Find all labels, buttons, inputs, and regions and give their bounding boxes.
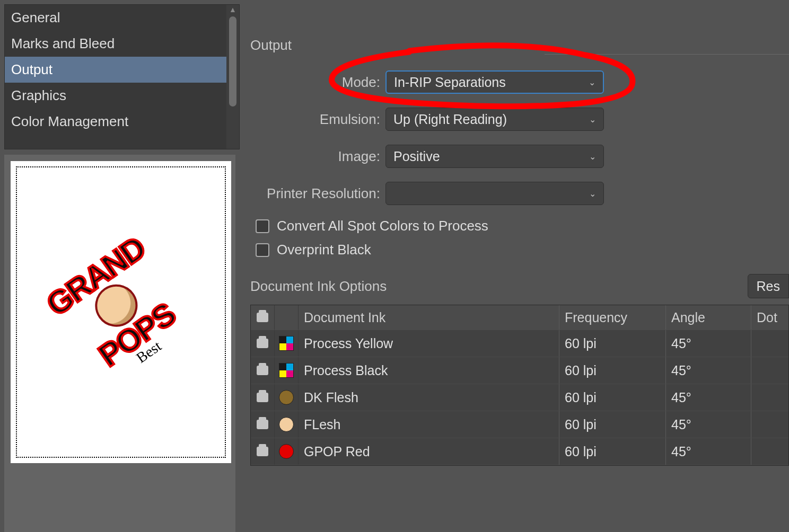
convert-spot-checkbox[interactable] bbox=[256, 219, 269, 233]
mode-select[interactable]: In-RIP Separations ⌄ bbox=[385, 70, 604, 94]
settings-list-panel: General Marks and Bleed Output Graphics … bbox=[4, 4, 240, 149]
printer-resolution-label: Printer Resolution: bbox=[250, 185, 380, 202]
image-value: Positive bbox=[393, 149, 440, 164]
emulsion-value: Up (Right Reading) bbox=[393, 112, 507, 127]
printer-icon[interactable] bbox=[257, 366, 268, 375]
ink-name: FLesh bbox=[299, 411, 559, 438]
section-divider bbox=[545, 54, 789, 55]
col-dot[interactable]: Dot bbox=[751, 305, 788, 330]
printer-icon[interactable] bbox=[257, 339, 268, 348]
mode-value: In-RIP Separations bbox=[394, 75, 506, 90]
col-angle[interactable]: Angle bbox=[666, 305, 751, 330]
convert-spot-label: Convert All Spot Colors to Process bbox=[277, 218, 488, 234]
sidebar-item-general[interactable]: General bbox=[5, 5, 226, 31]
swatch-icon bbox=[279, 336, 294, 351]
swatch-icon bbox=[279, 363, 294, 378]
sidebar-scrollbar[interactable]: ▲ bbox=[226, 5, 239, 149]
ink-name: DK Flesh bbox=[299, 384, 559, 411]
printer-icon bbox=[257, 313, 268, 322]
overprint-black-label: Overprint Black bbox=[277, 242, 371, 258]
artwork-logo: GRAND POPS Best bbox=[42, 233, 199, 391]
ink-angle: 45° bbox=[666, 357, 751, 384]
overprint-black-checkbox[interactable] bbox=[256, 243, 269, 257]
ink-freq: 60 lpi bbox=[559, 357, 666, 384]
ink-dot bbox=[751, 384, 788, 411]
ink-angle: 45° bbox=[666, 384, 751, 411]
ink-name: Process Black bbox=[299, 357, 559, 384]
ink-dot bbox=[751, 330, 788, 357]
ink-angle: 45° bbox=[666, 330, 751, 357]
sidebar-item-output[interactable]: Output bbox=[5, 57, 226, 83]
ink-name: GPOP Red bbox=[299, 438, 559, 465]
ink-freq: 60 lpi bbox=[559, 438, 666, 465]
chevron-down-icon: ⌄ bbox=[589, 152, 596, 162]
col-document-ink[interactable]: Document Ink bbox=[299, 305, 559, 330]
emulsion-label: Emulsion: bbox=[250, 111, 380, 128]
ink-dot bbox=[751, 357, 788, 384]
col-frequency[interactable]: Frequency bbox=[559, 305, 666, 330]
printer-icon[interactable] bbox=[257, 420, 268, 429]
emulsion-select[interactable]: Up (Right Reading) ⌄ bbox=[385, 108, 604, 131]
table-row[interactable]: DK Flesh 60 lpi 45° bbox=[251, 384, 788, 411]
settings-list: General Marks and Bleed Output Graphics … bbox=[5, 5, 226, 149]
ink-table: Document Ink Frequency Angle Dot Process… bbox=[250, 305, 789, 466]
chevron-down-icon: ⌄ bbox=[589, 77, 595, 87]
swatch-icon bbox=[279, 390, 294, 405]
table-row[interactable]: FLesh 60 lpi 45° bbox=[251, 411, 788, 438]
section-title-output: Output bbox=[250, 37, 789, 54]
chevron-down-icon: ⌄ bbox=[589, 114, 596, 125]
ink-table-header: Document Ink Frequency Angle Dot bbox=[251, 305, 788, 330]
ink-angle: 45° bbox=[666, 438, 751, 465]
ink-freq: 60 lpi bbox=[559, 411, 666, 438]
ink-dot bbox=[751, 438, 788, 465]
reset-button[interactable]: Res bbox=[748, 274, 789, 298]
sidebar-item-graphics[interactable]: Graphics bbox=[5, 83, 226, 109]
ink-options-title: Document Ink Options bbox=[250, 278, 387, 295]
sidebar-item-color-management[interactable]: Color Management bbox=[5, 109, 226, 135]
ink-name: Process Yellow bbox=[299, 330, 559, 357]
chevron-down-icon: ⌄ bbox=[589, 189, 596, 199]
ink-freq: 60 lpi bbox=[559, 330, 666, 357]
printer-resolution-select[interactable]: ⌄ bbox=[385, 182, 604, 205]
table-row[interactable]: Process Yellow 60 lpi 45° bbox=[251, 330, 788, 357]
table-row[interactable]: Process Black 60 lpi 45° bbox=[251, 357, 788, 384]
ink-freq: 60 lpi bbox=[559, 384, 666, 411]
sidebar-item-marks-bleed[interactable]: Marks and Bleed bbox=[5, 31, 226, 57]
printer-icon[interactable] bbox=[257, 447, 268, 456]
printer-icon[interactable] bbox=[257, 393, 268, 402]
page-preview: GRAND POPS Best bbox=[4, 155, 235, 532]
swatch-icon bbox=[279, 444, 294, 459]
mode-label: Mode: bbox=[250, 74, 380, 91]
image-label: Image: bbox=[250, 148, 380, 165]
ink-dot bbox=[751, 411, 788, 438]
image-select[interactable]: Positive ⌄ bbox=[385, 145, 604, 168]
ink-angle: 45° bbox=[666, 411, 751, 438]
swatch-icon bbox=[279, 417, 294, 432]
scroll-thumb[interactable] bbox=[229, 16, 236, 107]
scroll-up-icon[interactable]: ▲ bbox=[229, 5, 236, 14]
table-row[interactable]: GPOP Red 60 lpi 45° bbox=[251, 438, 788, 465]
